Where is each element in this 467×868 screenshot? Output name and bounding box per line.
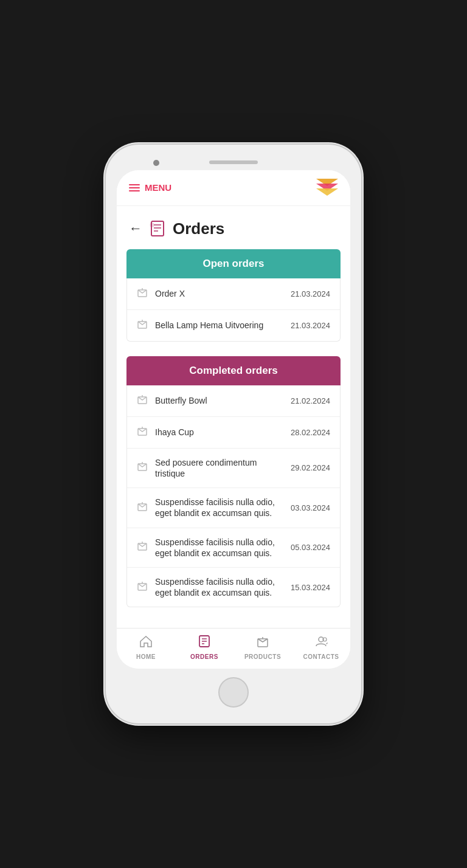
svg-rect-7 bbox=[150, 223, 154, 227]
contacts-icon bbox=[314, 635, 328, 651]
phone-frame: MENU ← Orders bbox=[106, 145, 361, 724]
completed-order-date-6: 15.03.2024 bbox=[291, 583, 330, 592]
svg-marker-2 bbox=[316, 188, 338, 196]
menu-label: MENU bbox=[145, 182, 171, 193]
page-title: Orders bbox=[173, 219, 224, 238]
box-icon-c4 bbox=[137, 501, 148, 515]
bottom-nav: HOME ORDERS PRODUCTS CONTACTS bbox=[117, 628, 350, 669]
nav-item-home[interactable]: HOME bbox=[117, 635, 175, 660]
home-button[interactable] bbox=[218, 677, 249, 708]
nav-item-contacts[interactable]: CONTACTS bbox=[292, 635, 350, 660]
open-orders-header: Open orders bbox=[126, 249, 341, 278]
nav-label-orders: ORDERS bbox=[190, 653, 218, 660]
box-icon-2 bbox=[137, 319, 148, 332]
completed-order-name-5: Suspendisse facilisis nulla odio, eget b… bbox=[155, 537, 283, 559]
menu-button[interactable]: MENU bbox=[129, 182, 171, 193]
open-order-item-2[interactable]: Bella Lamp Hema Uitvoering 21.03.2024 bbox=[127, 310, 340, 341]
content: Open orders Order X 21.03.2024 Bella Lam… bbox=[117, 249, 350, 629]
completed-order-item-3[interactable]: Sed posuere condimentum tristique 29.02.… bbox=[127, 449, 340, 488]
box-icon-c1 bbox=[137, 394, 148, 408]
completed-order-date-4: 03.03.2024 bbox=[291, 503, 330, 512]
completed-order-date-5: 05.03.2024 bbox=[291, 543, 330, 552]
page-header: ← Orders bbox=[117, 206, 350, 249]
open-order-date-2: 21.03.2024 bbox=[291, 321, 330, 330]
products-icon bbox=[256, 635, 269, 651]
box-icon-1 bbox=[137, 287, 148, 301]
phone-speaker bbox=[209, 160, 258, 164]
nav-item-orders[interactable]: ORDERS bbox=[175, 635, 234, 660]
completed-order-name-3: Sed posuere condimentum tristique bbox=[155, 457, 283, 479]
box-icon-c2 bbox=[137, 425, 148, 439]
hamburger-icon bbox=[129, 184, 140, 191]
phone-bottom bbox=[117, 669, 350, 712]
completed-orders-header: Completed orders bbox=[126, 356, 341, 385]
completed-order-name-6: Suspendisse facilisis nulla odio, eget b… bbox=[155, 576, 283, 598]
completed-order-name-2: Ihaya Cup bbox=[155, 427, 283, 438]
open-orders-list: Order X 21.03.2024 Bella Lamp Hema Uitvo… bbox=[126, 278, 341, 342]
open-order-name-2: Bella Lamp Hema Uitvoering bbox=[155, 320, 283, 331]
nav-label-products: PRODUCTS bbox=[244, 653, 281, 660]
completed-order-item-2[interactable]: Ihaya Cup 28.02.2024 bbox=[127, 417, 340, 449]
back-button[interactable]: ← bbox=[129, 222, 142, 235]
nav-label-contacts: CONTACTS bbox=[303, 653, 339, 660]
completed-order-name-1: Butterfly Bowl bbox=[155, 395, 283, 406]
phone-screen: MENU ← Orders bbox=[117, 170, 350, 669]
orders-icon bbox=[150, 220, 165, 237]
top-bar: MENU bbox=[117, 170, 350, 206]
box-icon-c3 bbox=[137, 461, 148, 475]
completed-order-item-1[interactable]: Butterfly Bowl 21.02.2024 bbox=[127, 385, 340, 417]
completed-orders-list: Butterfly Bowl 21.02.2024 Ihaya Cup 28.0… bbox=[126, 385, 341, 608]
completed-order-date-3: 29.02.2024 bbox=[291, 463, 330, 472]
open-order-date-1: 21.03.2024 bbox=[291, 289, 330, 298]
completed-order-item-5[interactable]: Suspendisse facilisis nulla odio, eget b… bbox=[127, 528, 340, 568]
open-order-name-1: Order X bbox=[155, 288, 283, 299]
nav-item-products[interactable]: PRODUCTS bbox=[234, 635, 292, 660]
completed-order-item-4[interactable]: Suspendisse facilisis nulla odio, eget b… bbox=[127, 488, 340, 528]
orders-nav-icon bbox=[198, 635, 211, 651]
phone-top bbox=[117, 156, 350, 170]
home-icon bbox=[139, 635, 153, 651]
completed-order-name-4: Suspendisse facilisis nulla odio, eget b… bbox=[155, 497, 283, 518]
phone-camera bbox=[153, 160, 159, 166]
completed-order-item-6[interactable]: Suspendisse facilisis nulla odio, eget b… bbox=[127, 568, 340, 607]
completed-order-date-1: 21.02.2024 bbox=[291, 396, 330, 405]
logo-icon bbox=[316, 179, 338, 197]
box-icon-c6 bbox=[137, 580, 148, 594]
box-icon-c5 bbox=[137, 540, 148, 554]
nav-label-home: HOME bbox=[136, 653, 156, 660]
completed-order-date-2: 28.02.2024 bbox=[291, 428, 330, 437]
open-order-item-1[interactable]: Order X 21.03.2024 bbox=[127, 278, 340, 310]
